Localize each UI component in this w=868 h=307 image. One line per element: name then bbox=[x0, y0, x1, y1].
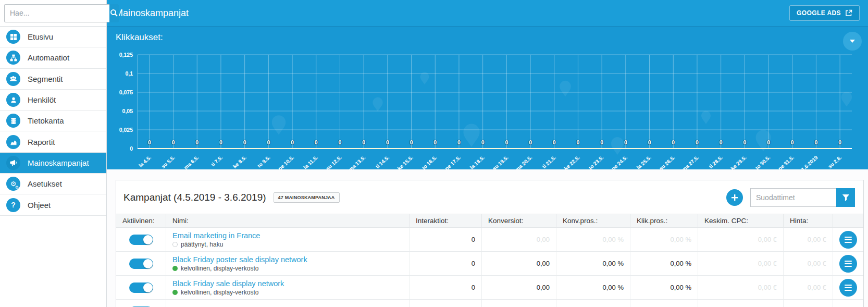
svg-text:0: 0 bbox=[130, 145, 133, 152]
svg-text:ti 28.5.: ti 28.5. bbox=[708, 154, 724, 169]
svg-text:la 4.5.: la 4.5. bbox=[138, 154, 152, 168]
grid-icon bbox=[6, 30, 20, 44]
active-toggle[interactable] bbox=[129, 283, 153, 293]
svg-text:0: 0 bbox=[624, 139, 627, 145]
user-icon bbox=[6, 93, 20, 107]
svg-text:0,05: 0,05 bbox=[122, 108, 133, 114]
svg-text:la 25.5.: la 25.5. bbox=[636, 154, 652, 169]
svg-text:0: 0 bbox=[433, 139, 437, 145]
value-cell: 0,00 bbox=[482, 252, 556, 275]
action-cell bbox=[833, 276, 863, 299]
status-dot-green-icon bbox=[172, 290, 178, 295]
cell bbox=[482, 300, 556, 307]
sidebar-search-area bbox=[0, 0, 106, 27]
sidebar-item-tietokanta[interactable]: Tietokanta bbox=[0, 110, 106, 131]
svg-text:su 2.6.: su 2.6. bbox=[827, 154, 843, 169]
svg-text:ti 14.5.: ti 14.5. bbox=[375, 154, 391, 169]
value-cell: 0,00 % bbox=[630, 276, 698, 299]
svg-text:0: 0 bbox=[219, 139, 222, 145]
sidebar-item-etusivu[interactable]: Etusivu bbox=[0, 27, 106, 47]
table-row: Black Friday sale display networkkelvoll… bbox=[116, 276, 863, 300]
svg-text:la 18.5.: la 18.5. bbox=[469, 154, 486, 169]
sidebar-item-asetukset[interactable]: ⚙⚙ Asetukset bbox=[0, 174, 106, 194]
menu-lines-icon bbox=[845, 261, 852, 262]
caret-down-icon bbox=[850, 40, 855, 43]
svg-text:0: 0 bbox=[577, 139, 580, 145]
value-cell: 0,00 % bbox=[556, 228, 630, 251]
sidebar-item-label: Raportit bbox=[28, 138, 55, 146]
svg-text:0: 0 bbox=[243, 139, 246, 145]
sidebar-item-label: Ohjeet bbox=[28, 201, 51, 210]
menu-lines-icon bbox=[845, 263, 852, 264]
svg-text:0: 0 bbox=[315, 139, 318, 145]
menu-lines-icon bbox=[845, 266, 852, 267]
active-toggle[interactable] bbox=[129, 259, 153, 269]
status-text: kelvollinen, display-verkosto bbox=[181, 265, 258, 272]
filter-button[interactable] bbox=[836, 188, 855, 207]
campaign-link[interactable]: Black Friday sale display network bbox=[172, 279, 409, 288]
col-interaktiot: Interaktiot: bbox=[410, 214, 482, 227]
table-row bbox=[116, 300, 863, 307]
clicks-chart-panel: Klikkaukset: 00,0250,050,0750,10,1250la … bbox=[107, 26, 868, 169]
sidebar-item-automaatiot[interactable]: Automaatiot bbox=[0, 47, 106, 68]
table-row: Email marketing in Francepäättynyt, haku… bbox=[116, 228, 863, 252]
row-menu-button[interactable] bbox=[839, 255, 857, 273]
campaign-link[interactable]: Email marketing in France bbox=[172, 231, 409, 240]
cell bbox=[630, 300, 698, 307]
campaign-link[interactable]: Black Friday poster sale display network bbox=[172, 255, 409, 264]
value-cell: 0 bbox=[410, 276, 482, 299]
cell bbox=[784, 300, 833, 307]
svg-text:0: 0 bbox=[362, 139, 365, 145]
menu-lines-icon bbox=[845, 287, 852, 288]
action-cell bbox=[833, 252, 863, 275]
status-text: kelvollinen, display-verkosto bbox=[181, 289, 258, 296]
plus-icon bbox=[731, 194, 738, 201]
value-cell: 0,00 € bbox=[784, 228, 833, 251]
sidebar-item-segmentit[interactable]: Segmentit bbox=[0, 69, 106, 90]
external-link-icon bbox=[845, 9, 852, 17]
svg-text:ma 13.5.: ma 13.5. bbox=[348, 154, 367, 169]
search-input[interactable] bbox=[4, 4, 109, 22]
svg-text:0: 0 bbox=[529, 139, 532, 145]
active-cell bbox=[116, 228, 166, 251]
value-cell: 0,00 % bbox=[556, 276, 630, 299]
line-chart: 00,0250,050,0750,10,1250la 4.5.0su 5.5.0… bbox=[107, 27, 868, 169]
sidebar-item-mainoskampanjat[interactable]: Mainoskampanjat bbox=[0, 153, 106, 174]
collapse-chart-button[interactable] bbox=[843, 32, 862, 51]
svg-text:ma 6.5.: ma 6.5. bbox=[183, 154, 200, 169]
search-button[interactable] bbox=[109, 4, 119, 22]
svg-text:0: 0 bbox=[791, 139, 794, 145]
svg-text:0: 0 bbox=[505, 139, 508, 145]
sidebar-item-ohjeet[interactable]: ? Ohjeet bbox=[0, 194, 106, 215]
svg-text:0: 0 bbox=[386, 139, 389, 145]
row-menu-button[interactable] bbox=[839, 279, 857, 297]
sidebar-item-label: Etusivu bbox=[28, 32, 53, 41]
filters-input[interactable] bbox=[750, 188, 836, 207]
status-dot-hollow-icon bbox=[172, 242, 178, 247]
value-cell: 0,00 % bbox=[630, 252, 698, 275]
svg-text:su 19.5.: su 19.5. bbox=[491, 154, 510, 169]
active-toggle[interactable] bbox=[129, 235, 153, 245]
row-menu-button[interactable] bbox=[839, 231, 857, 249]
value-cell: 0,00 € bbox=[784, 252, 833, 275]
add-campaign-button[interactable] bbox=[726, 189, 743, 206]
campaigns-section: Kampanjat (4.5.2019 - 3.6.2019) 47 MAINO… bbox=[107, 169, 868, 307]
page-header: Mainoskampanjat GOOGLE ADS bbox=[107, 0, 868, 26]
table-header-row: Aktiivinen: Nimi: Interaktiot: Konversio… bbox=[116, 214, 863, 228]
svg-text:pe 10.5.: pe 10.5. bbox=[277, 154, 295, 169]
sidebar-item-raportit[interactable]: Raportit bbox=[0, 131, 106, 152]
col-konversiot: Konversiot: bbox=[482, 214, 556, 227]
svg-text:0: 0 bbox=[672, 139, 675, 145]
svg-text:0,025: 0,025 bbox=[119, 127, 133, 133]
toggle-knob-icon bbox=[143, 259, 153, 268]
col-konv-pros: Konv.pros.: bbox=[556, 214, 630, 227]
svg-text:ke 22.5.: ke 22.5. bbox=[563, 154, 581, 169]
col-keskim-cpc: Keskim. CPC: bbox=[698, 214, 784, 227]
svg-text:to 30.5.: to 30.5. bbox=[754, 154, 771, 169]
svg-text:0: 0 bbox=[195, 139, 199, 145]
google-ads-button[interactable]: GOOGLE ADS bbox=[789, 5, 860, 21]
sidebar-item-henkilot[interactable]: Henkilöt bbox=[0, 90, 106, 110]
svg-text:su 26.5.: su 26.5. bbox=[658, 154, 676, 169]
active-cell bbox=[116, 252, 166, 275]
funnel-icon bbox=[842, 194, 850, 202]
